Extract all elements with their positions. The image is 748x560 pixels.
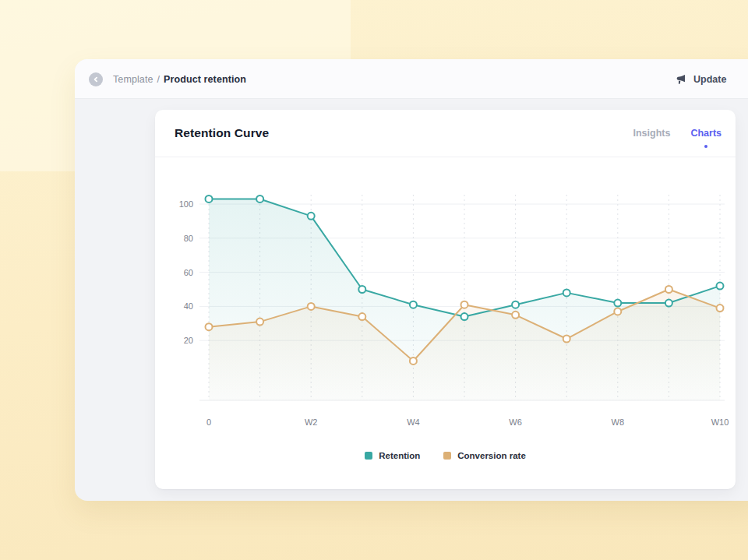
svg-text:W4: W4 bbox=[407, 417, 420, 427]
legend-label: Conversion rate bbox=[457, 451, 526, 460]
active-tab-dot bbox=[704, 145, 707, 148]
svg-text:100: 100 bbox=[179, 199, 193, 209]
tab-insights[interactable]: Insights bbox=[633, 128, 670, 139]
chevron-left-icon bbox=[92, 76, 100, 83]
card-header: Retention Curve Insights Charts bbox=[155, 110, 736, 157]
back-button[interactable] bbox=[89, 72, 103, 86]
svg-text:40: 40 bbox=[184, 301, 193, 311]
card-tabs: Insights Charts bbox=[633, 128, 722, 139]
card-title: Retention Curve bbox=[175, 126, 269, 140]
app-window: Template/Product retention Update Retent… bbox=[75, 59, 748, 501]
legend-swatch bbox=[443, 452, 451, 460]
app-header: Template/Product retention Update bbox=[75, 59, 748, 99]
tab-charts-label: Charts bbox=[690, 128, 722, 139]
breadcrumb-separator: / bbox=[157, 74, 161, 85]
line-chart-canvas: 100806040200W2W4W6W8W10 bbox=[173, 162, 731, 433]
svg-text:W2: W2 bbox=[305, 417, 318, 427]
legend-swatch bbox=[365, 452, 372, 460]
update-button-label: Update bbox=[693, 74, 726, 85]
breadcrumb-trail: Template/Product retention bbox=[113, 74, 246, 85]
svg-text:60: 60 bbox=[184, 268, 193, 277]
chart-legend: RetentionConversion rate bbox=[155, 451, 736, 460]
svg-text:W6: W6 bbox=[509, 417, 522, 427]
legend-label: Retention bbox=[379, 451, 420, 460]
breadcrumb: Template/Product retention bbox=[89, 59, 246, 99]
svg-text:W8: W8 bbox=[612, 417, 625, 427]
svg-text:20: 20 bbox=[184, 336, 193, 345]
svg-text:80: 80 bbox=[184, 234, 193, 243]
breadcrumb-current-page: Product retention bbox=[164, 74, 246, 85]
megaphone-icon bbox=[675, 73, 687, 86]
breadcrumb-section[interactable]: Template bbox=[113, 74, 153, 85]
page-background: Template/Product retention Update Retent… bbox=[0, 0, 748, 560]
tab-charts[interactable]: Charts bbox=[690, 128, 722, 139]
svg-text:0: 0 bbox=[206, 417, 211, 427]
retention-card: Retention Curve Insights Charts bbox=[155, 110, 736, 489]
update-button[interactable]: Update bbox=[675, 59, 726, 99]
legend-item: Retention bbox=[365, 451, 420, 460]
retention-chart: 100806040200W2W4W6W8W10 bbox=[173, 162, 731, 433]
svg-text:W10: W10 bbox=[711, 417, 729, 427]
legend-item: Conversion rate bbox=[443, 451, 526, 460]
